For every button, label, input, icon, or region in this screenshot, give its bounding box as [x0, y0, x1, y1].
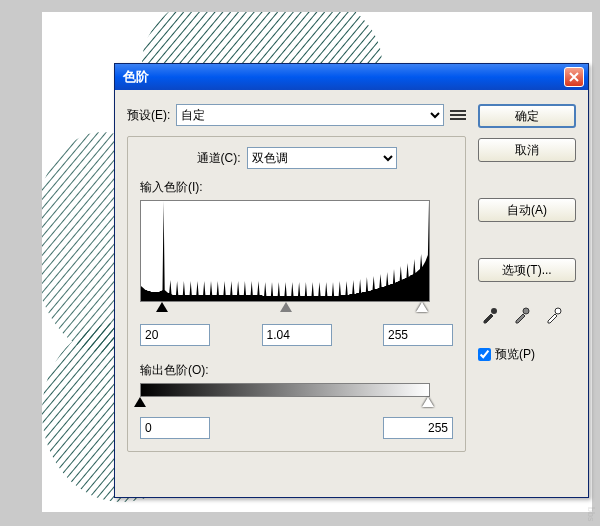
svg-point-6 [523, 308, 529, 314]
input-highlight-field[interactable] [383, 324, 453, 346]
cancel-button[interactable]: 取消 [478, 138, 576, 162]
watermark: bbs [586, 507, 596, 522]
input-shadow-field[interactable] [140, 324, 210, 346]
input-midtone-slider[interactable] [280, 302, 292, 312]
dialog-title: 色阶 [123, 68, 564, 86]
output-slider-rail [140, 397, 430, 411]
titlebar[interactable]: 色阶 [115, 64, 588, 90]
close-icon [569, 72, 579, 82]
input-midtone-field[interactable] [262, 324, 332, 346]
output-gradient [140, 383, 430, 397]
preset-label: 预设(E): [127, 107, 170, 124]
options-button[interactable]: 选项(T)... [478, 258, 576, 282]
eyedropper-white[interactable] [542, 304, 566, 326]
preset-menu-icon[interactable] [450, 108, 466, 122]
output-levels-label: 输出色阶(O): [140, 362, 453, 379]
levels-dialog: 色阶 预设(E): 自定 通道(C): 双色调 输入色阶(I): [114, 63, 589, 498]
eyedropper-white-icon [545, 306, 563, 324]
auto-button[interactable]: 自动(A) [478, 198, 576, 222]
input-shadow-slider[interactable] [156, 302, 168, 312]
output-highlight-slider[interactable] [422, 397, 434, 407]
channel-label: 通道(C): [197, 150, 241, 167]
input-levels-label: 输入色阶(I): [140, 179, 453, 196]
output-shadow-slider[interactable] [134, 397, 146, 407]
eyedropper-group [478, 304, 576, 326]
eyedropper-black-icon [481, 306, 499, 324]
preview-checkbox-row[interactable]: 预览(P) [478, 346, 576, 363]
input-slider-rail [140, 302, 430, 316]
input-highlight-slider[interactable] [416, 302, 428, 312]
levels-fieldset: 通道(C): 双色调 输入色阶(I): [127, 136, 466, 452]
preview-checkbox[interactable] [478, 348, 491, 361]
channel-select[interactable]: 双色调 [247, 147, 397, 169]
close-button[interactable] [564, 67, 584, 87]
output-highlight-field[interactable] [383, 417, 453, 439]
histogram [140, 200, 430, 302]
preset-select[interactable]: 自定 [176, 104, 444, 126]
ok-button[interactable]: 确定 [478, 104, 576, 128]
eyedropper-gray[interactable] [510, 304, 534, 326]
eyedropper-black[interactable] [478, 304, 502, 326]
svg-point-5 [491, 308, 497, 314]
output-shadow-field[interactable] [140, 417, 210, 439]
svg-point-7 [555, 308, 561, 314]
eyedropper-gray-icon [513, 306, 531, 324]
preview-label: 预览(P) [495, 346, 535, 363]
